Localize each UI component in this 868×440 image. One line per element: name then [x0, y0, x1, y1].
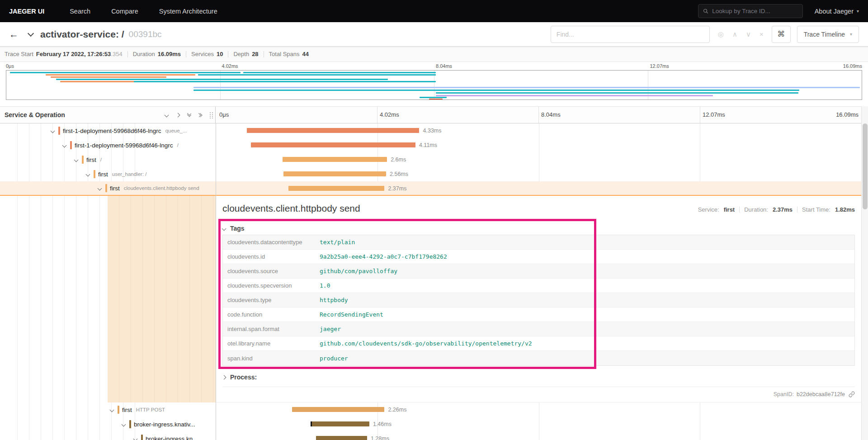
trace-header-bar: ← activator-service: / 00391bc ◎ ∧ ∨ × ⌘…: [0, 22, 868, 47]
span-tree-row[interactable]: firstuser_handler: /: [0, 167, 216, 181]
trace-id-search[interactable]: [698, 4, 803, 18]
minimap-span-segment: [60, 81, 142, 82]
span-bar-row[interactable]: 2.6ms: [216, 152, 861, 167]
deep-link-icon[interactable]: [849, 391, 855, 397]
chevron-down-icon[interactable]: [74, 157, 79, 162]
span-tree-row[interactable]: first-1-deployment-59968d6f46-lngrc/: [0, 138, 216, 152]
minimap-span-segment: [193, 87, 860, 88]
prev-result-icon[interactable]: ∧: [732, 30, 737, 38]
chevron-down-icon[interactable]: [62, 143, 67, 147]
span-id-row: SpanID: b22debcaa8e712fe: [222, 387, 855, 397]
trace-start-value: February 17 2022, 17:26:53: [36, 51, 111, 57]
span-duration-text: 2.37ms: [388, 185, 406, 192]
span-start-value: 1.82ms: [835, 206, 855, 213]
span-operation-name: /: [100, 157, 102, 162]
process-section-toggle[interactable]: Process:: [222, 370, 855, 384]
span-tree-row[interactable]: broker-ingress.knativ...: [0, 417, 216, 431]
span-duration-bar[interactable]: [247, 128, 419, 133]
expand-all-icon[interactable]: [199, 114, 202, 117]
trace-start-ms: .354: [111, 51, 122, 57]
span-duration-bar[interactable]: [283, 171, 386, 176]
focus-result-icon[interactable]: ◎: [718, 30, 724, 38]
span-bar-row[interactable]: 4.11ms: [216, 138, 861, 152]
nav-item-compare[interactable]: Compare: [111, 8, 138, 15]
minimap-span-segment: [10, 72, 241, 73]
span-duration-text: 2.6ms: [391, 156, 406, 163]
minimap-canvas[interactable]: [6, 70, 862, 100]
chevron-down-icon[interactable]: [86, 172, 90, 176]
span-bar-row[interactable]: 2.26ms: [216, 402, 861, 417]
chevron-down-icon: [222, 226, 226, 231]
collapse-trace-header-icon[interactable]: [28, 30, 34, 36]
vertical-scrollbar[interactable]: [861, 106, 868, 440]
span-tree-row[interactable]: firstHTTP POST: [0, 402, 216, 417]
tag-key: span.kind: [223, 355, 320, 362]
tag-key: cloudevents.datacontenttype: [223, 239, 320, 246]
tag-value: RecordSendingEvent: [320, 311, 383, 318]
chevron-down-icon[interactable]: [110, 407, 114, 412]
search-icon: [703, 8, 709, 14]
app-brand[interactable]: JAEGER UI: [9, 8, 44, 15]
duration-label: Duration: [133, 51, 155, 57]
minimap-span-segment: [436, 92, 798, 94]
span-bar-row[interactable]: 4.33ms: [216, 123, 861, 138]
depth-label: Depth: [233, 51, 249, 57]
tag-key: code.function: [223, 311, 320, 318]
next-result-icon[interactable]: ∨: [746, 30, 751, 38]
chevron-down-icon[interactable]: [98, 186, 102, 190]
chevron-down-icon[interactable]: [51, 128, 55, 133]
keyboard-shortcuts-button[interactable]: ⌘: [772, 26, 791, 43]
scrollbar-thumb[interactable]: [863, 123, 868, 209]
collapse-all-icon[interactable]: [188, 114, 191, 116]
span-duration-label: Duration:: [744, 206, 768, 213]
tags-section-toggle[interactable]: Tags: [222, 222, 855, 235]
trace-id-input[interactable]: [712, 8, 797, 14]
span-service-name: broker-ingress.knativ...: [134, 421, 195, 428]
span-duration-bar[interactable]: [288, 186, 385, 191]
command-icon: ⌘: [777, 29, 785, 39]
span-service-name: first: [110, 185, 120, 192]
span-bar-row[interactable]: 2.37ms: [216, 181, 861, 196]
span-tree-row[interactable]: first-1-deployment-59968d6f46-lngrcqueue…: [0, 123, 216, 138]
span-operation-name: queue_...: [165, 128, 187, 133]
collapse-one-icon[interactable]: [165, 113, 169, 117]
span-bar-row[interactable]: 1.28ms: [216, 431, 861, 440]
tag-value: httpbody: [320, 297, 348, 303]
span-duration-bar[interactable]: [251, 142, 415, 147]
span-operation-name: user_handler: /: [112, 171, 147, 177]
tag-row: otel.library.namegithub.com/cloudevents/…: [223, 336, 854, 351]
clear-find-icon[interactable]: ×: [760, 30, 764, 38]
service-color-strip: [141, 435, 143, 440]
span-duration-bar[interactable]: [292, 407, 384, 412]
service-operation-header: Service & Operation: [0, 107, 216, 123]
nav-item-system-architecture[interactable]: System Architecture: [159, 8, 217, 15]
tag-row: cloudevents.specversion1.0: [223, 279, 854, 293]
service-color-strip: [82, 156, 84, 164]
about-jaeger-menu[interactable]: About Jaeger ▾: [815, 8, 859, 15]
nav-item-search[interactable]: Search: [70, 8, 90, 15]
span-tree-row[interactable]: broker-ingress.kn...: [0, 431, 216, 440]
trace-minimap: 0μs 4.02ms 8.04ms 12.07ms 16.09ms: [0, 62, 868, 100]
span-bar-row[interactable]: 1.46ms: [216, 417, 861, 431]
expand-one-icon[interactable]: [176, 113, 180, 117]
find-input[interactable]: [551, 26, 710, 43]
column-resizer[interactable]: [210, 112, 213, 118]
span-bar-row[interactable]: 2.56ms: [216, 167, 861, 181]
service-color-strip: [70, 141, 72, 149]
span-service-name: first-1-deployment-59968d6f46-lngrc: [63, 128, 161, 134]
back-icon[interactable]: ←: [9, 29, 19, 40]
tag-row: cloudevents.id9a2b25a0-eee4-4292-a0c7-c7…: [223, 250, 854, 264]
chevron-down-icon[interactable]: [122, 422, 126, 426]
span-duration-bar[interactable]: [283, 157, 387, 162]
chevron-down-icon[interactable]: [133, 436, 138, 440]
trace-title: activator-service: /: [40, 29, 124, 40]
span-duration-bar[interactable]: [316, 436, 367, 440]
span-duration-bar[interactable]: [311, 421, 369, 426]
span-tree-row[interactable]: firstcloudevents.client.httpbody send: [0, 181, 216, 196]
tag-row: span.kindproducer: [223, 351, 854, 365]
ruler-tick: 16.09ms: [843, 63, 862, 69]
minimap-ruler: 0μs 4.02ms 8.04ms 12.07ms 16.09ms: [6, 63, 862, 70]
span-detail-panel: cloudevents.client.httpbody send Service…: [216, 196, 861, 402]
trace-view-select[interactable]: Trace Timeline ▾: [797, 26, 859, 43]
span-tree-row[interactable]: first/: [0, 152, 216, 167]
